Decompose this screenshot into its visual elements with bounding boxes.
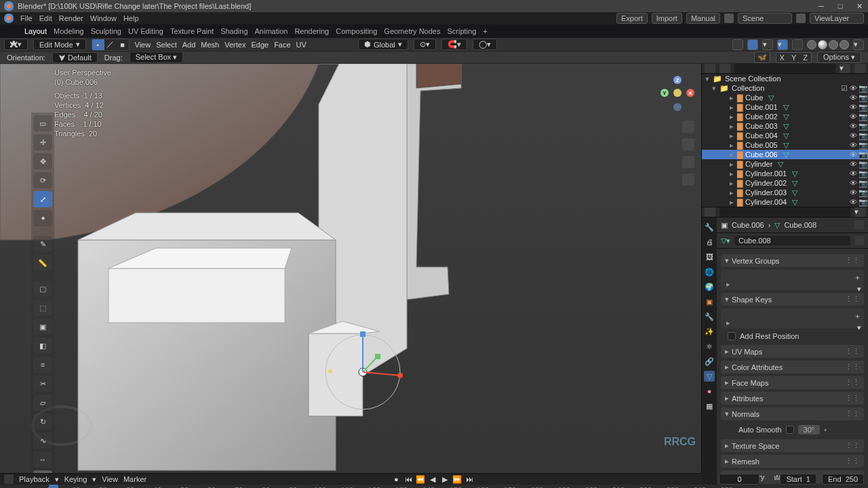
tool-polybuild[interactable]: ▱ — [33, 394, 52, 411]
select-mode-segments[interactable]: ▪ ／ ■ — [92, 39, 130, 51]
add-rest-position-row[interactable]: Add Rest Position — [721, 330, 864, 342]
tree-item-cube-006[interactable]: ▸▇Cube.006▽👁📷 — [702, 150, 868, 159]
timeline-keying[interactable]: Keying — [64, 475, 87, 483]
mode-dropdown[interactable]: Edit Mode ▾ — [33, 39, 86, 50]
current-frame-field[interactable]: 0 — [719, 474, 760, 485]
tab-uv-editing[interactable]: UV Editing — [128, 27, 163, 35]
tree-item-cube-005[interactable]: ▸▇Cube.005▽👁📷 — [702, 140, 868, 150]
ptab-texture[interactable]: ▦ — [704, 401, 715, 411]
pan-icon[interactable] — [682, 138, 694, 150]
tree-collection[interactable]: ▾📁Collection ☑👁📷 — [702, 83, 868, 93]
zoom-icon[interactable] — [682, 121, 694, 133]
menu-help[interactable]: Help — [123, 14, 139, 22]
gizmo-icon[interactable]: ▾ — [762, 39, 773, 50]
shape-keys-list[interactable]: ＋▾▸ — [721, 308, 864, 329]
minimize-button[interactable]: ─ — [816, 2, 826, 11]
viewlayer-icon[interactable] — [796, 14, 806, 23]
face-mode-icon[interactable]: ■ — [117, 39, 129, 50]
menu-select[interactable]: Select — [156, 41, 177, 49]
shading-dropdown-icon[interactable]: ▾ — [853, 39, 864, 50]
menu-view[interactable]: View — [135, 41, 151, 49]
tab-sculpting[interactable]: Sculpting — [91, 27, 121, 35]
ortho-toggle-icon[interactable] — [682, 174, 694, 186]
matprev-shading-icon[interactable] — [829, 40, 838, 49]
menu-vertex[interactable]: Vertex — [224, 41, 245, 49]
overlays-icon[interactable]: ▾ — [777, 39, 788, 50]
tree-item-cylinder-004[interactable]: ▸▇Cylinder.004▽👁📷 — [702, 197, 868, 207]
properties-options-icon[interactable]: ▾ — [854, 207, 865, 217]
tool-transform[interactable]: ✦ — [33, 210, 52, 226]
ptab-constraints[interactable]: 🔗 — [704, 356, 715, 367]
tool-select[interactable]: ▭ — [33, 115, 52, 131]
menu-edit[interactable]: Edit — [39, 14, 52, 22]
tab-rendering[interactable]: Rendering — [294, 27, 329, 35]
breadcrumb-data[interactable]: Cube.008 — [784, 221, 816, 229]
panel-vertex-groups[interactable]: ▾Vertex Groups⋮⋮ — [721, 254, 864, 267]
ptab-world[interactable]: 🌍 — [704, 281, 715, 292]
specials-icon[interactable]: ▾ — [857, 323, 861, 332]
outliner-display-mode-icon[interactable] — [719, 64, 730, 73]
menu-edge[interactable]: Edge — [251, 41, 269, 49]
properties-editor-type-icon[interactable] — [705, 207, 715, 217]
maximize-button[interactable]: □ — [835, 2, 845, 11]
tool-inset[interactable]: ▣ — [33, 319, 52, 335]
checkbox[interactable] — [728, 332, 736, 340]
tool-edge-slide[interactable]: ↔ — [33, 451, 52, 468]
tool-annotate[interactable]: ✎ — [33, 236, 52, 252]
tool-move[interactable]: ✥ — [33, 153, 52, 169]
tool-spin[interactable]: ↻ — [33, 413, 52, 430]
3d-viewport[interactable]: User Perspective (0) Cube.006 Objects 1 … — [0, 64, 701, 473]
tab-scripting[interactable]: Scripting — [447, 27, 476, 35]
navigation-gizmo[interactable]: Z Y X — [660, 76, 694, 110]
drag-value[interactable]: Select Box ▾ — [130, 52, 184, 63]
end-frame-field[interactable]: End 250 — [822, 474, 864, 485]
vertex-mode-icon[interactable]: ▪ — [92, 39, 104, 50]
tool-scale[interactable]: ⤢ — [33, 191, 52, 207]
next-key-icon[interactable]: ⏩ — [452, 475, 462, 484]
tab-layout[interactable]: Layout — [24, 27, 47, 35]
orientation-value[interactable]: ⮟ Default — [52, 52, 98, 63]
panel-normals[interactable]: ▾Normals⋮⋮ — [721, 407, 864, 420]
outliner-search[interactable] — [734, 64, 835, 73]
menu-uv[interactable]: UV — [296, 41, 307, 49]
panel-remesh[interactable]: ▸Remesh⋮⋮ — [721, 455, 864, 468]
tab-add[interactable]: + — [483, 27, 487, 35]
viewlayer-selector[interactable]: ViewLayer — [810, 13, 864, 24]
menu-face[interactable]: Face — [274, 41, 290, 49]
add-icon[interactable]: ＋ — [854, 272, 861, 283]
mesh-edit-options-icon[interactable] — [732, 39, 743, 50]
wireframe-shading-icon[interactable] — [807, 40, 816, 49]
datablock-shield-icon[interactable] — [854, 236, 864, 245]
edge-mode-icon[interactable]: ／ — [104, 39, 117, 50]
tool-loopcut[interactable]: ≡ — [33, 357, 52, 373]
preview-range-icon[interactable] — [765, 474, 774, 484]
orientation-dropdown[interactable]: ⬢ Global ▾ — [358, 39, 408, 50]
prop-edit-dropdown[interactable]: ◯▾ — [473, 39, 497, 50]
timeline-view[interactable]: View — [102, 475, 118, 483]
menu-render[interactable]: Render — [59, 14, 83, 22]
menu-add[interactable]: Add — [182, 41, 196, 49]
timeline-editor-type-icon[interactable] — [4, 474, 14, 484]
tool-extrude[interactable]: ⬚ — [33, 300, 52, 316]
editor-type-dropdown[interactable]: 🞳▾ — [4, 39, 28, 50]
jump-end-icon[interactable]: ⏭ — [465, 475, 474, 484]
play-icon[interactable]: ▶ — [440, 475, 450, 484]
camera-view-icon[interactable] — [682, 156, 694, 168]
pivot-dropdown[interactable]: ⊙▾ — [414, 39, 436, 50]
tab-geometry-nodes[interactable]: Geometry Nodes — [384, 27, 440, 35]
manual-chip[interactable]: Manual — [686, 13, 720, 24]
tool-cursor[interactable]: ✛ — [33, 134, 52, 150]
tab-animation[interactable]: Animation — [255, 27, 288, 35]
xray-icon[interactable] — [792, 39, 803, 50]
tool-smooth[interactable]: ∿ — [33, 432, 52, 449]
tool-bevel[interactable]: ◧ — [33, 338, 52, 354]
ptab-modifiers[interactable]: 🔧 — [704, 311, 715, 322]
tree-item-cube[interactable]: ▸▇Cube▽👁📷 — [702, 93, 868, 102]
ptab-output[interactable]: 🖨 — [704, 237, 715, 247]
tool-shrink-fatten[interactable]: ⇕ — [33, 470, 52, 473]
menu-file[interactable]: File — [20, 14, 33, 22]
tree-item-cube-001[interactable]: ▸▇Cube.001▽👁📷 — [702, 102, 868, 112]
mirror-x[interactable]: X — [776, 53, 788, 62]
tree-item-cube-003[interactable]: ▸▇Cube.003▽👁📷 — [702, 121, 868, 131]
tree-item-cylinder[interactable]: ▸▇Cylinder▽👁📷 — [702, 159, 868, 169]
